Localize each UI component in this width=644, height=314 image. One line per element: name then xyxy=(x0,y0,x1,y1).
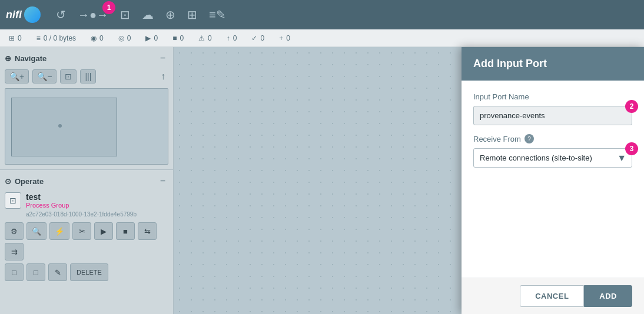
grid-btn[interactable]: ||| xyxy=(80,69,96,83)
stat-running: ▶ 0 xyxy=(145,34,158,42)
edit-icon[interactable]: ≡✎ xyxy=(207,5,228,24)
badge-3: 3 xyxy=(625,142,638,155)
connect-icon[interactable]: ⊕ xyxy=(163,5,178,24)
warnings-icon: ⚠ xyxy=(198,34,205,42)
next-btn[interactable]: ⇉ xyxy=(5,243,24,260)
in-value: 0 xyxy=(99,34,104,42)
navigate-header: ⊕ Navigate − xyxy=(5,52,168,65)
stat-stopped: ■ 0 xyxy=(172,34,184,42)
toolbar-refresh-btn[interactable]: ↺ xyxy=(54,5,68,24)
receive-from-wrapper: Remote connections (site-to-site) ▼ 3 xyxy=(473,148,632,168)
minimap-dot xyxy=(58,124,62,128)
upload-icon[interactable]: ☁ xyxy=(140,5,156,24)
zoom-in-btn[interactable]: 🔍+ xyxy=(5,69,29,83)
arrange-icon[interactable]: ⊞ xyxy=(185,5,200,24)
main-content: ⊕ Navigate − 🔍+ 🔍− ⊡ ||| ↑ ⊙ xyxy=(0,47,644,314)
canvas-area[interactable]: Add Input Port Input Port Name 2 Receive… xyxy=(174,47,644,314)
input-port-name-field[interactable] xyxy=(473,106,632,125)
stat-up: ↑ 0 xyxy=(227,34,237,42)
running-value: 0 xyxy=(154,34,158,42)
stat-valid: ✓ 0 xyxy=(251,34,264,42)
input-port-name-label: Input Port Name xyxy=(473,92,632,101)
operate-actions-row1: ⚙ 🔍 ⚡ ✂ ▶ ■ ⇆ ⇉ xyxy=(5,222,168,260)
refresh-icon[interactable]: ↺ xyxy=(54,5,68,24)
modal-title: Add Input Port xyxy=(473,58,547,69)
operate-title: ⊙ Operate xyxy=(5,177,44,186)
modal-header: Add Input Port xyxy=(462,47,644,81)
navigate-label: Navigate xyxy=(15,54,47,63)
valid-icon: ✓ xyxy=(251,34,257,42)
bytes-value: 0 / 0 bytes xyxy=(44,34,76,42)
cancel-button[interactable]: CANCEL xyxy=(520,285,584,307)
left-panel: ⊕ Navigate − 🔍+ 🔍− ⊡ ||| ↑ ⊙ xyxy=(0,47,174,314)
stopped-icon: ■ xyxy=(172,34,177,42)
start-btn[interactable]: ▶ xyxy=(94,222,113,240)
minimap-box xyxy=(11,98,117,156)
running-icon: ▶ xyxy=(145,34,151,42)
receive-from-label-wrapper: Receive From ? xyxy=(473,134,632,143)
invalid-icon: + xyxy=(279,34,283,42)
process-id: a2c72e03-018d-1000-13e2-1fdde4e5799b xyxy=(5,211,168,218)
add-button[interactable]: ADD xyxy=(584,285,632,307)
stop-btn[interactable]: ■ xyxy=(116,222,135,240)
stat-out: ◎ 0 xyxy=(118,34,131,42)
cut-btn[interactable]: ✂ xyxy=(72,222,91,240)
navigate-minimize-btn[interactable]: − xyxy=(157,52,168,65)
zoom-out-btn[interactable]: 🔍− xyxy=(32,69,57,83)
stat-in: ◉ 0 xyxy=(91,34,104,42)
swap-btn[interactable]: ⇆ xyxy=(138,222,157,240)
operate-section: ⊙ Operate − ⊡ test Process Group a2c72e0… xyxy=(0,170,173,314)
bolt-btn[interactable]: ⚡ xyxy=(49,222,69,240)
logo: nifi xyxy=(6,6,41,23)
out-value: 0 xyxy=(127,34,131,42)
operate-icon: ⊙ xyxy=(5,177,11,186)
badge-1: 1 xyxy=(102,1,115,14)
paste-btn[interactable]: □ xyxy=(26,263,45,281)
modal-body: Input Port Name 2 Receive From ? Remote … xyxy=(462,81,644,278)
operate-minimize-btn[interactable]: − xyxy=(157,175,168,188)
add-input-port-modal: Add Input Port Input Port Name 2 Receive… xyxy=(462,47,644,314)
up-value: 0 xyxy=(233,34,237,42)
valid-value: 0 xyxy=(260,34,264,42)
search-btn[interactable]: 🔍 xyxy=(26,222,47,240)
out-icon: ◎ xyxy=(118,34,124,42)
fit-btn[interactable]: ⊡ xyxy=(60,69,77,83)
badge-2: 2 xyxy=(625,100,638,113)
process-name: test xyxy=(26,192,69,202)
operate-label: Operate xyxy=(15,177,44,186)
stopped-value: 0 xyxy=(180,34,184,42)
edit-btn[interactable]: ✎ xyxy=(48,263,67,281)
back-btn[interactable]: ↑ xyxy=(158,70,168,83)
navigate-icon: ⊕ xyxy=(5,54,11,63)
operate-header: ⊙ Operate − xyxy=(5,175,168,188)
stat-invalid: + 0 xyxy=(279,34,290,42)
invalid-value: 0 xyxy=(286,34,290,42)
queued-icon: ⊞ xyxy=(9,34,15,42)
delete-btn[interactable]: DELETE xyxy=(70,263,108,281)
stat-queued: ⊞ 0 xyxy=(9,34,22,42)
help-icon[interactable]: ? xyxy=(525,134,534,143)
copy-btn[interactable]: □ xyxy=(5,263,24,281)
modal-overlay: Add Input Port Input Port Name 2 Receive… xyxy=(462,47,644,314)
toolbar-flow-btn[interactable]: →●→ 1 xyxy=(75,6,111,24)
navigate-section: ⊕ Navigate − 🔍+ 🔍− ⊡ ||| ↑ xyxy=(0,47,173,170)
template-icon[interactable]: ⊡ xyxy=(118,5,132,24)
warnings-value: 0 xyxy=(208,34,212,42)
toolbar: nifi ↺ →●→ 1 ⊡ ☁ ⊕ ⊞ ≡✎ xyxy=(0,0,644,29)
nav-buttons: 🔍+ 🔍− ⊡ ||| ↑ xyxy=(5,69,168,83)
queued-value: 0 xyxy=(18,34,22,42)
minimap[interactable] xyxy=(5,88,168,165)
receive-from-select[interactable]: Remote connections (site-to-site) xyxy=(473,148,632,168)
in-icon: ◉ xyxy=(91,34,97,42)
stat-bytes: ≡ 0 / 0 bytes xyxy=(36,34,76,42)
stats-bar: ⊞ 0 ≡ 0 / 0 bytes ◉ 0 ◎ 0 ▶ 0 ■ 0 ⚠ 0 ↑ … xyxy=(0,29,644,47)
process-type: Process Group xyxy=(26,202,69,209)
stat-warnings: ⚠ 0 xyxy=(198,34,212,42)
up-icon: ↑ xyxy=(227,34,230,42)
bytes-icon: ≡ xyxy=(36,34,41,42)
input-port-name-wrapper: 2 xyxy=(473,106,632,134)
settings-btn[interactable]: ⚙ xyxy=(5,222,24,240)
modal-footer: CANCEL ADD xyxy=(462,278,644,314)
process-group-icon: ⊡ xyxy=(5,192,21,209)
logo-text: nifi xyxy=(6,9,22,21)
